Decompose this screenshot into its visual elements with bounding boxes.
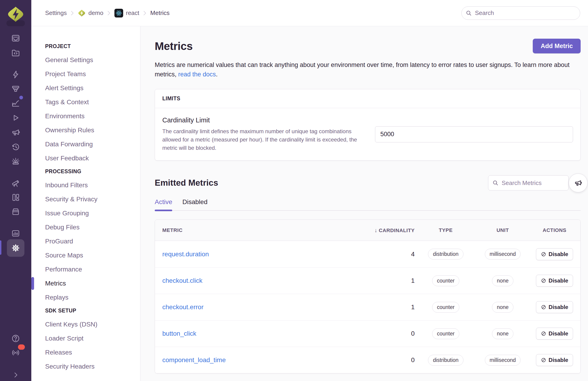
add-metric-button[interactable]: Add Metric [533,39,581,53]
unit-badge: none [492,302,513,313]
sidebar-item-issue-grouping[interactable]: Issue Grouping [45,209,140,217]
sentry-diamond-icon [78,9,86,17]
breadcrumb-settings[interactable]: Settings [45,9,67,17]
sidebar-item-project-teams[interactable]: Project Teams [45,70,140,78]
read-the-docs-link[interactable]: read the docs [178,71,216,78]
rail-item-stats[interactable] [9,227,22,240]
column-header-cardinality[interactable]: ↓CARDINALITY [365,227,415,234]
rail-item-explore[interactable] [9,83,22,96]
sidebar-item-source-maps[interactable]: Source Maps [45,251,140,259]
table-row: button_click 0 counter none Disable [155,320,580,347]
metrics-table: METRIC ↓CARDINALITY TYPE UNIT ACTIONS re… [155,220,581,373]
funnel-icon [11,85,20,94]
breadcrumb-org-demo[interactable]: demo [78,9,103,17]
sidebar-item-environments[interactable]: Environments [45,112,140,120]
rail-item-releases[interactable] [9,205,22,218]
rail-item-replays[interactable] [9,111,22,124]
slashed-circle-icon [541,357,546,363]
lightning-icon [11,70,20,79]
sidebar-item-tags-context[interactable]: Tags & Context [45,98,140,106]
sidebar-item-metrics[interactable]: Metrics [45,280,140,287]
table-header-row: METRIC ↓CARDINALITY TYPE UNIT ACTIONS [155,220,580,241]
type-badge: distribution [428,355,463,366]
rail-item-help[interactable] [9,332,22,345]
rail-item-discover[interactable] [9,177,22,189]
rail-item-projects[interactable] [9,46,22,59]
rail-item-crons[interactable] [9,140,22,153]
column-header-type[interactable]: TYPE [415,227,477,233]
metric-name-link[interactable]: checkout.error [155,303,204,311]
rail-item-performance[interactable] [9,68,22,81]
rail-item-issues[interactable] [9,32,22,45]
sidebar-section-title: SDK SETUP [45,308,140,314]
sidebar-section-project: PROJECTGeneral SettingsProject TeamsAler… [45,43,140,162]
column-header-unit[interactable]: UNIT [477,227,529,233]
cardinality-limit-input[interactable] [375,126,573,142]
breadcrumb-separator-icon [143,11,147,16]
cardinality-limit-help: The cardinality limit defines the maximu… [162,127,366,152]
tab-active[interactable]: Active [155,198,172,210]
tab-disabled[interactable]: Disabled [182,198,208,210]
sidebar-section-title: PROCESSING [45,168,140,175]
sidebar-item-user-feedback[interactable]: User Feedback [45,154,140,162]
disable-button[interactable]: Disable [536,248,573,260]
disable-button[interactable]: Disable [536,275,573,287]
logo-tray [6,20,25,26]
column-header-metric[interactable]: METRIC [155,227,365,233]
broadcast-icon [11,348,20,357]
breadcrumb-project-react[interactable]: react [114,9,139,18]
rail-item-settings[interactable] [7,239,24,257]
sidebar-item-general-settings[interactable]: General Settings [45,56,140,64]
metric-name-link[interactable]: checkout.click [155,277,202,284]
rail-item-dashboards[interactable] [9,191,22,204]
metric-search-input[interactable] [488,175,569,191]
sidebar-item-debug-files[interactable]: Debug Files [45,223,140,231]
sidebar-item-client-keys-dsn[interactable]: Client Keys (DSN) [45,321,140,328]
metric-name-link[interactable]: component_load_time [155,356,226,363]
sidebar-item-loader-script[interactable]: Loader Script [45,335,140,342]
history-clock-icon [11,142,20,152]
disable-button[interactable]: Disable [536,301,573,313]
rail-item-alerts[interactable] [9,155,22,168]
sidebar-item-security-privacy[interactable]: Security & Privacy [45,195,140,203]
sidebar-item-proguard[interactable]: ProGuard [45,238,140,245]
limits-panel: LIMITS Cardinality Limit The cardinality… [155,89,581,160]
rail-item-feedback[interactable] [9,126,22,139]
page-description: Metrics are numerical values that can tr… [155,60,581,79]
feedback-fab-button[interactable] [569,174,588,192]
sidebar-item-replays[interactable]: Replays [45,294,140,301]
line-chart-icon [11,99,20,108]
breadcrumb-separator-icon [70,11,74,16]
slashed-circle-icon [541,278,546,283]
sidebar-section-processing: PROCESSINGInbound FiltersSecurity & Priv… [45,168,140,301]
metric-name-link[interactable]: button_click [155,330,196,337]
breadcrumb-current-page: Metrics [150,9,170,17]
rail-collapse-button[interactable] [9,368,22,381]
sidebar-item-security-headers[interactable]: Security Headers [45,362,140,370]
active-item-indicator [31,277,34,290]
insights-notification-badge [19,96,23,100]
disable-button[interactable]: Disable [536,328,573,340]
slashed-circle-icon [541,304,546,310]
table-row: checkout.click 1 counter none Disable [155,267,580,294]
disable-button[interactable]: Disable [536,354,573,366]
global-search-input[interactable] [461,6,580,20]
rail-item-insights[interactable] [9,97,22,110]
sidebar-item-releases[interactable]: Releases [45,349,140,356]
sidebar-item-data-forwarding[interactable]: Data Forwarding [45,140,140,148]
unit-badge: none [492,275,513,286]
type-badge: counter [432,302,460,313]
unit-badge: none [492,328,513,339]
issues-icon [11,34,20,43]
stats-icon [11,229,20,238]
sidebar-item-performance[interactable]: Performance [45,265,140,273]
global-search [461,6,580,20]
metric-name-link[interactable]: request.duration [155,251,209,258]
rail-item-whats-new[interactable] [9,346,22,359]
main-content: Metrics Add Metric Metrics are numerical… [140,26,588,381]
sidebar-item-ownership-rules[interactable]: Ownership Rules [45,126,140,134]
sidebar-item-alert-settings[interactable]: Alert Settings [45,84,140,92]
sidebar-item-inbound-filters[interactable]: Inbound Filters [45,181,140,189]
table-row: component_load_time 0 distribution milli… [155,347,580,373]
table-body: request.duration 4 distribution millisec… [155,241,580,373]
